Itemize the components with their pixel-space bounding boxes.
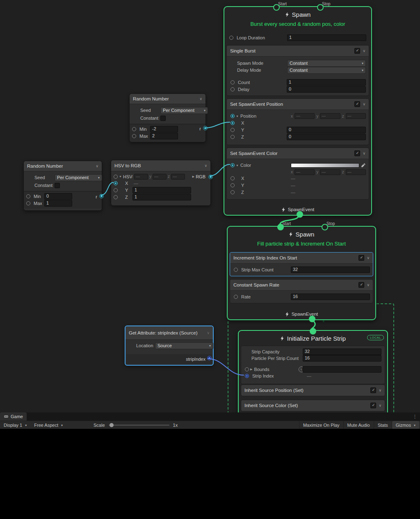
eyedropper-icon[interactable] [361, 163, 366, 168]
constant-checkbox[interactable] [160, 116, 166, 121]
min-port[interactable] [26, 194, 30, 198]
position-z-port[interactable] [231, 135, 235, 139]
local-space-badge[interactable]: LOCAL [367, 335, 384, 340]
z-mini-field[interactable]: — [346, 169, 366, 175]
max-input[interactable]: 2 [150, 133, 178, 139]
min-input[interactable]: -2 [150, 126, 178, 132]
constant-checkbox[interactable] [55, 183, 60, 188]
hsv-to-rgb-node[interactable]: HSV to RGB ∨ ▼ HSV x— y— z— ▶ RGB X — [111, 160, 211, 206]
single-burst-block[interactable]: Single Burst ✓ ∨ Spawn Mode Constant▾ De… [226, 45, 369, 96]
scale-slider-knob[interactable] [110, 423, 114, 427]
chevron-down-icon[interactable]: ∨ [363, 151, 365, 155]
set-color-block[interactable]: Set SpawnEvent Color ✓ ∨ ▼ Color x— y— [226, 148, 369, 200]
hsv-z-input[interactable]: 1 [132, 194, 191, 200]
get-attribute-node[interactable]: Get Attribute: stripIndex (Source) ∨ Loc… [125, 326, 214, 366]
loop-duration-port[interactable] [229, 36, 233, 40]
random-number-header[interactable]: Random Number ∨ [130, 94, 205, 104]
initialize-particle-strip-context[interactable]: Initialize Particle Strip LOCAL Strip Ca… [238, 330, 388, 412]
particle-per-count-input[interactable]: 16 [303, 355, 381, 362]
max-input[interactable]: 1 [44, 200, 72, 207]
y-mini-field[interactable]: — [320, 113, 340, 119]
strip-max-count-input[interactable]: 32 [291, 266, 370, 273]
loop-duration-input[interactable]: 1 [287, 34, 366, 41]
vfx-graph-canvas[interactable]: Particle Strip Start Stop Spawn Burst ev… [0, 0, 420, 412]
y-mini-field[interactable]: — [320, 169, 340, 175]
location-dropdown[interactable]: Source▾ [155, 342, 213, 349]
inherit-color-header[interactable]: Inherit Source Color (Set) ✓ ∨ [241, 400, 385, 411]
expander-down-icon[interactable]: ▼ [236, 115, 239, 118]
flow-start-port[interactable] [273, 4, 280, 11]
mute-audio-button[interactable]: Mute Audio [343, 421, 374, 429]
bounds-field[interactable] [303, 366, 381, 373]
x-mini-field[interactable]: — [294, 113, 315, 119]
count-port[interactable] [231, 80, 235, 84]
strip-max-count-port[interactable] [234, 268, 238, 272]
min-port[interactable] [132, 127, 136, 131]
rate-input[interactable]: 16 [291, 294, 370, 300]
set-position-block[interactable]: Set SpawnEvent Position ✓ ∨ ▼ Position x… [226, 98, 369, 145]
max-port[interactable] [26, 201, 30, 205]
hsv-z-port[interactable] [114, 195, 118, 199]
color-y-port[interactable] [231, 183, 235, 187]
min-input[interactable]: 0 [44, 193, 72, 200]
game-tab[interactable]: Game [0, 412, 27, 421]
y-mini-field[interactable]: — [153, 174, 167, 180]
rate-port[interactable] [234, 295, 238, 299]
increment-header[interactable]: Increment Strip Index On Start ✓ ∨ [230, 253, 373, 264]
flow-input-port[interactable] [310, 328, 316, 335]
spawnevent-output-port[interactable] [297, 211, 303, 218]
strip-capacity-input[interactable]: 32 [303, 348, 381, 355]
set-position-checkbox[interactable]: ✓ [354, 101, 360, 107]
seed-dropdown[interactable]: Per Component▾ [160, 107, 208, 114]
seed-dropdown[interactable]: Per Component▾ [55, 174, 102, 181]
chevron-down-icon[interactable]: ∨ [199, 97, 202, 101]
hsv-x-port[interactable] [114, 181, 118, 185]
inherit-source-color-block[interactable]: Inherit Source Color (Set) ✓ ∨ [241, 400, 385, 412]
position-y-port[interactable] [231, 128, 235, 132]
gizmos-dropdown[interactable]: Gizmos ▾ [392, 421, 419, 429]
tab-options-icon[interactable]: ⋮ [410, 414, 420, 419]
position-port[interactable] [231, 114, 235, 118]
chevron-down-icon[interactable]: ∨ [363, 102, 365, 106]
increment-strip-index-block[interactable]: Increment Strip Index On Start ✓ ∨ Strip… [230, 252, 373, 276]
hsv-port[interactable] [114, 175, 118, 179]
x-mini-field[interactable]: — [294, 169, 315, 175]
flow-start-port[interactable] [277, 224, 284, 230]
inherit-position-checkbox[interactable]: ✓ [370, 387, 376, 393]
set-position-header[interactable]: Set SpawnEvent Position ✓ ∨ [227, 99, 369, 110]
increment-checkbox[interactable]: ✓ [358, 255, 364, 261]
stats-button[interactable]: Stats [374, 421, 392, 429]
spawn-context-strip[interactable]: Start Stop Spawn Fill particle strip & I… [227, 226, 376, 320]
expander-right-icon[interactable]: ▶ [192, 175, 194, 178]
chevron-down-icon[interactable]: ∨ [207, 331, 210, 335]
random-number-node-1[interactable]: Random Number ∨ Seed Per Component▾ Cons… [129, 93, 206, 142]
delay-port[interactable] [231, 87, 235, 91]
chevron-down-icon[interactable]: ∨ [379, 403, 381, 407]
color-gradient-field[interactable] [291, 163, 359, 168]
z-mini-field[interactable]: — [346, 113, 366, 119]
set-color-checkbox[interactable]: ✓ [354, 150, 360, 156]
color-z-port[interactable] [231, 190, 235, 194]
delay-input[interactable]: 0 [287, 86, 366, 93]
z-mini-field[interactable]: — [171, 174, 185, 180]
count-input[interactable]: 1 [287, 79, 366, 86]
position-y-input[interactable]: 0 [287, 127, 366, 133]
flow-stop-port[interactable] [317, 4, 324, 11]
chevron-down-icon[interactable]: ∨ [379, 388, 381, 392]
delay-mode-dropdown[interactable]: Constant▾ [287, 67, 366, 74]
r-output-port[interactable] [203, 126, 208, 130]
rate-header[interactable]: Constant Spawn Rate ✓ ∨ [230, 280, 373, 291]
position-x-port[interactable] [231, 121, 235, 125]
chevron-down-icon[interactable]: ∨ [363, 49, 365, 53]
inherit-source-position-block[interactable]: Inherit Source Position (Set) ✓ ∨ [241, 385, 385, 396]
spawnevent-output-port[interactable] [309, 316, 315, 322]
inherit-position-header[interactable]: Inherit Source Position (Set) ✓ ∨ [241, 385, 385, 396]
get-attribute-header[interactable]: Get Attribute: stripIndex (Source) ∨ [126, 326, 213, 340]
rate-checkbox[interactable]: ✓ [358, 282, 364, 288]
strip-index-output-port[interactable] [207, 356, 212, 360]
max-port[interactable] [132, 134, 136, 138]
expander-down-icon[interactable]: ▼ [236, 164, 239, 167]
set-color-header[interactable]: Set SpawnEvent Color ✓ ∨ [227, 148, 369, 159]
color-port[interactable] [231, 163, 235, 167]
chevron-down-icon[interactable]: ∨ [367, 283, 370, 287]
